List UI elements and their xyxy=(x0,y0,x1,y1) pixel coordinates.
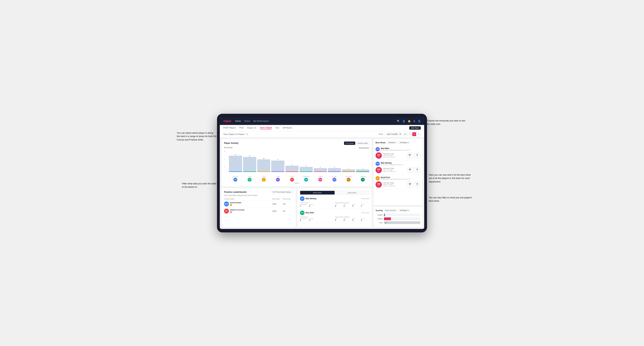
scoring-title: Scoring xyxy=(376,209,383,211)
chart-filter-select[interactable]: Total Rounds ▾ xyxy=(358,147,369,149)
leaderboard-row-0[interactable]: RBu Richard Butler 1 19/20 110 xyxy=(224,200,293,208)
search-icon[interactable]: 🔍 xyxy=(397,120,400,123)
people-icon[interactable]: 👤 xyxy=(402,120,405,123)
all-players-filter[interactable]: All Players ▾ xyxy=(398,141,410,144)
bar-6[interactable] xyxy=(314,168,327,172)
on-course-toggle[interactable]: On Course xyxy=(344,142,355,145)
annotation-timescale: Choose the timescale you wish to see the… xyxy=(427,119,466,126)
nav-link-my-performance[interactable]: My Performance xyxy=(253,120,268,122)
scoring-bar-row-0: Eagles 3 xyxy=(376,213,420,216)
most-active-tab[interactable]: Most Active xyxy=(300,191,334,194)
leaderboard-row-1[interactable]: EC Edward Crossman 2 18/20 107 xyxy=(224,208,293,215)
shot-chevron-2[interactable]: › xyxy=(420,177,420,179)
most-active-card: Most Active Least Active BM Blair McHarg… xyxy=(298,188,372,227)
lb-rank-badge-0: 1 xyxy=(230,204,232,206)
shot-chevron-1[interactable]: › xyxy=(420,163,420,165)
lb-avg-1: 107 xyxy=(283,210,293,212)
leaderboard-filter[interactable]: PUTT Must Make Putting ... xyxy=(272,191,293,193)
mini-avatar-8: EC xyxy=(347,178,350,181)
least-active-tab[interactable]: Least Active xyxy=(334,191,369,194)
bar-1[interactable] xyxy=(243,157,256,172)
activity-date-1: 02 Sep 2023 xyxy=(362,212,369,213)
tab-pga[interactable]: PGA xyxy=(240,127,244,129)
scoring-header: Scoring Par 3, 4 & 5s ▾ All Players ▾ xyxy=(376,209,420,212)
shot-dist-1: Shot Dist: 43 yds xyxy=(383,168,405,169)
shot-entry-2[interactable]: DF David Ford 24 Aug 2023 · Royal North … xyxy=(376,175,420,189)
bar-0[interactable] xyxy=(229,156,242,172)
col-pb-score: PB SCORE xyxy=(272,198,283,200)
bar-group-9: 2 xyxy=(356,168,369,172)
tab-team-clippd[interactable]: Team Clippd xyxy=(260,127,272,129)
x-label-2: D. Ford xyxy=(257,176,270,177)
shot-player-name-0: Matt Miller xyxy=(381,148,410,149)
shot-player-row-2: DF David Ford 24 Aug 2023 · Royal North … xyxy=(376,176,420,180)
edit-icon[interactable]: ✏️ xyxy=(246,133,248,135)
bar-8[interactable] xyxy=(342,169,355,172)
scoring-bars: Eagles 3 Birdies 96 Pars 499 xyxy=(376,213,420,224)
bar-value-3: 9 xyxy=(278,159,278,160)
bar-3[interactable] xyxy=(271,161,284,172)
best-shots-header: Best Shots All Shots ▾ All Players ▾ xyxy=(376,141,420,144)
activity-stats-1: Total Rounds Tournament 8 Practice 4 Tot… xyxy=(300,216,369,221)
nav-icons: 🔍 👤 🔔 ⊕ 👤 xyxy=(397,120,421,123)
toggle-buttons: On Course Practice Drills xyxy=(344,142,369,145)
bar-chart-wrapper: 10 5 0 1312109543322 xyxy=(224,151,369,175)
bar-group-7: 3 xyxy=(328,167,341,172)
shot-metric2-0: 0 yds xyxy=(414,152,420,159)
shot-end-lie-0: End Lie: In The Hole xyxy=(383,156,405,158)
chart-avatar-2: DF xyxy=(257,178,270,181)
show-select[interactable]: Last 3 months Last 6 months Last year xyxy=(385,133,402,136)
chart-avatar-1: RB xyxy=(243,178,256,181)
chart-avatar-7: MM xyxy=(328,178,341,181)
mini-avatar-9: LR xyxy=(361,178,365,181)
nav-links: Home Teams My Performance xyxy=(235,120,268,122)
tab-tour[interactable]: Tour xyxy=(275,127,279,129)
shot-player-row-1: BM Blair McHarg 23 Jul 2023 · Ashridge G… xyxy=(376,162,420,166)
list-view-button[interactable]: ≡ xyxy=(408,132,412,136)
practice-drills-toggle[interactable]: Practice Drills xyxy=(356,142,369,145)
bar-5[interactable] xyxy=(300,167,313,172)
bar-9[interactable] xyxy=(356,169,369,172)
leaderboard-table-header: PLAYER NAME PB SCORE PB AVG SQ xyxy=(224,198,293,200)
annotation-player-select: You can select which player is doing the… xyxy=(177,131,217,142)
mini-avatar-1: RB xyxy=(248,178,252,181)
shot-start-lie-2: Start Lie: Rough xyxy=(383,184,405,185)
shot-entry-1[interactable]: BM Blair McHarg 23 Jul 2023 · Ashridge G… xyxy=(376,160,420,175)
scoring-par-filter[interactable]: Par 3, 4 & 5s ▾ xyxy=(384,209,397,212)
activity-players: BM Blair McHarg 26 Aug 2023 Total Rounds… xyxy=(300,196,369,223)
tab-pgat-players[interactable]: PGAT Players xyxy=(223,127,236,129)
show-label: Show: xyxy=(378,133,384,135)
bar-group-6: 3 xyxy=(314,167,327,172)
plus-icon[interactable]: ⊕ xyxy=(413,120,415,123)
tab-all-players[interactable]: All Players xyxy=(282,127,292,129)
tab-hcaps[interactable]: Hcaps 1-5 xyxy=(247,127,256,129)
main-content: Player Activity On Course Practice Drill… xyxy=(220,137,424,229)
lb-avatar-0: RBu xyxy=(224,201,229,206)
chart-avatar-5: GB xyxy=(300,178,313,181)
heart-view-button[interactable]: ♥ xyxy=(412,132,416,136)
all-shots-filter[interactable]: All Shots ▾ xyxy=(387,141,397,144)
add-team-button[interactable]: Add Team xyxy=(409,126,421,130)
shot-player-name-1: Blair McHarg xyxy=(381,162,403,164)
bell-icon[interactable]: 🔔 xyxy=(408,120,411,123)
bar-4[interactable] xyxy=(286,166,298,172)
team-header-right: Show: Last 3 months Last 6 months Last y… xyxy=(378,132,421,136)
filter-button[interactable]: ≡ xyxy=(417,132,421,136)
grid-view-button[interactable]: ⊞ xyxy=(403,132,407,136)
scoring-players-filter[interactable]: All Players ▾ xyxy=(398,209,410,212)
bar-2[interactable] xyxy=(257,159,270,172)
shot-chevron-0[interactable]: › xyxy=(420,148,420,151)
shot-start-lie-0: Start Lie: Rough xyxy=(383,155,405,156)
nav-link-teams[interactable]: Teams xyxy=(244,120,250,122)
nav-link-home[interactable]: Home xyxy=(235,120,241,122)
x-label-8: E. Crossman xyxy=(342,176,355,177)
bar-7[interactable] xyxy=(328,168,341,172)
shot-entry-0[interactable]: MM Matt Miller 09 Jun 2023 · Royal North… xyxy=(376,146,420,160)
scoring-bar-track-0: 3 xyxy=(384,213,420,216)
lb-player-name-0: Richard Butler xyxy=(230,202,241,204)
activity-player-0[interactable]: BM Blair McHarg 26 Aug 2023 Total Rounds… xyxy=(300,196,369,209)
user-icon[interactable]: 👤 xyxy=(418,120,421,123)
best-shots-title: Best Shots xyxy=(376,142,386,144)
activity-player-1[interactable]: RB Rees Britt 02 Sep 2023 Total Rounds T… xyxy=(300,211,369,223)
scoring-card: Scoring Par 3, 4 & 5s ▾ All Players ▾ Ea… xyxy=(374,207,422,227)
